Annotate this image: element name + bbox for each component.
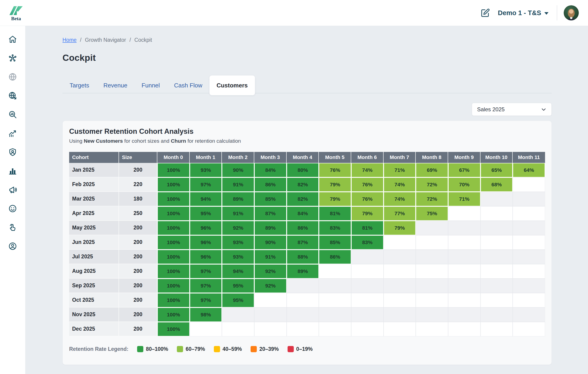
- legend-swatch: [177, 346, 183, 352]
- legend-item-label: 60–79%: [186, 346, 205, 352]
- chevron-down-icon: [544, 12, 548, 15]
- sidebar-item-announcements[interactable]: [8, 185, 17, 194]
- column-header-month-7: Month 7: [384, 152, 416, 163]
- retention-cell: 95%: [222, 293, 254, 307]
- tab-customers[interactable]: Customers: [210, 75, 255, 95]
- edit-button[interactable]: [479, 7, 491, 19]
- sidebar-item-home[interactable]: [8, 35, 17, 44]
- cohort-table: CohortSizeMonth 0Month 1Month 2Month 3Mo…: [69, 152, 545, 336]
- retention-cell: 87%: [254, 206, 287, 221]
- legend-item: 80–100%: [137, 346, 168, 352]
- breadcrumb-item-home[interactable]: Home: [63, 37, 76, 43]
- empty-cell: [416, 322, 448, 336]
- header-divider: [557, 5, 557, 20]
- brand-logo-icon: [9, 4, 23, 15]
- sidebar-item-network[interactable]: [8, 54, 17, 62]
- retention-cell: 97%: [190, 264, 222, 279]
- empty-cell: [513, 235, 545, 250]
- cohort-label: Jan 2025: [69, 163, 119, 177]
- retention-cell: 85%: [319, 235, 351, 250]
- column-header-month-3: Month 3: [254, 152, 287, 163]
- home-icon: [8, 35, 17, 44]
- retention-cell: 89%: [254, 221, 287, 235]
- retention-cell: 100%: [157, 163, 190, 177]
- cohort-size: 200: [119, 279, 157, 293]
- cohort-analysis-card: Customer Retention Cohort Analysis Using…: [63, 121, 552, 365]
- cohort-size: 250: [119, 206, 157, 221]
- empty-cell: [351, 307, 384, 322]
- retention-cell: 83%: [319, 221, 351, 235]
- empty-cell: [513, 307, 545, 322]
- sidebar-item-trends[interactable]: [8, 129, 17, 138]
- empty-cell: [351, 250, 384, 264]
- empty-cell: [481, 279, 513, 293]
- retention-cell: 91%: [222, 206, 254, 221]
- empty-cell: [254, 293, 287, 307]
- retention-cell: 100%: [157, 279, 190, 293]
- tap-click-icon: [8, 223, 17, 232]
- empty-cell: [384, 250, 416, 264]
- cohort-row-jul-2025: Jul 2025200100%96%93%91%88%86%: [69, 250, 545, 264]
- empty-cell: [513, 264, 545, 279]
- tab-targets[interactable]: Targets: [63, 75, 96, 95]
- cohort-size: 180: [119, 192, 157, 206]
- sidebar-item-globe-export[interactable]: [8, 91, 17, 100]
- retention-cell: 95%: [222, 279, 254, 293]
- retention-cell: 87%: [287, 235, 319, 250]
- workspace-selector[interactable]: Demo 1 - T&S: [496, 9, 550, 17]
- retention-cell: 100%: [157, 293, 190, 307]
- empty-cell: [513, 206, 545, 221]
- cohort-row-apr-2025: Apr 2025250100%95%91%87%84%81%79%77%75%: [69, 206, 545, 221]
- empty-cell: [513, 293, 545, 307]
- cohort-label: Nov 2025: [69, 307, 119, 322]
- column-header-month-9: Month 9: [448, 152, 481, 163]
- sidebar-item-profile[interactable]: [8, 242, 17, 251]
- retention-cell: 100%: [157, 235, 190, 250]
- empty-cell: [513, 221, 545, 235]
- retention-cell: 90%: [254, 235, 287, 250]
- retention-cell: 89%: [287, 264, 319, 279]
- breadcrumb-item-growth-navigator[interactable]: Growth Navigator: [85, 37, 126, 43]
- retention-cell: 81%: [351, 221, 384, 235]
- retention-cell: 82%: [287, 177, 319, 192]
- retention-cell: 84%: [254, 163, 287, 177]
- tab-cash-flow[interactable]: Cash Flow: [167, 75, 210, 95]
- tab-funnel[interactable]: Funnel: [134, 75, 167, 95]
- empty-cell: [448, 264, 481, 279]
- sidebar-item-reports[interactable]: [8, 167, 17, 175]
- retention-cell: 94%: [190, 192, 222, 206]
- empty-cell: [448, 206, 481, 221]
- empty-cell: [254, 307, 287, 322]
- retention-cell: 82%: [287, 192, 319, 206]
- sidebar-item-globe[interactable]: [8, 72, 17, 81]
- cohort-row-mar-2025: Mar 2025180100%94%89%85%82%79%76%74%72%7…: [69, 192, 545, 206]
- legend-swatch: [251, 346, 257, 352]
- empty-cell: [448, 279, 481, 293]
- sidebar-item-admin[interactable]: [8, 148, 17, 156]
- cohort-label: Apr 2025: [69, 206, 119, 221]
- cohort-row-aug-2025: Aug 2025200100%97%94%92%89%: [69, 264, 545, 279]
- sidebar-item-search-analytics[interactable]: [8, 110, 17, 119]
- column-header-month-11: Month 11: [513, 152, 545, 163]
- avatar[interactable]: [564, 5, 579, 20]
- empty-cell: [319, 264, 351, 279]
- cohort-label: Feb 2025: [69, 177, 119, 192]
- period-dropdown[interactable]: Sales 2025: [472, 103, 552, 116]
- retention-cell: 76%: [351, 177, 384, 192]
- sidebar-item-actions[interactable]: [8, 223, 17, 232]
- empty-cell: [222, 322, 254, 336]
- empty-cell: [416, 235, 448, 250]
- tab-revenue[interactable]: Revenue: [96, 75, 134, 95]
- legend-swatch: [288, 346, 294, 352]
- retention-cell: 97%: [190, 279, 222, 293]
- retention-cell: 91%: [254, 250, 287, 264]
- sidebar-item-feedback[interactable]: [8, 204, 17, 213]
- breadcrumb-item-cockpit: Cockpit: [134, 37, 152, 43]
- column-header-month-5: Month 5: [319, 152, 351, 163]
- cohort-table-header: CohortSizeMonth 0Month 1Month 2Month 3Mo…: [69, 152, 545, 163]
- tab-bar: TargetsRevenueFunnelCash FlowCustomers: [63, 75, 552, 95]
- retention-cell: 76%: [351, 192, 384, 206]
- brand-logo: Beta: [6, 4, 26, 21]
- empty-cell: [351, 279, 384, 293]
- breadcrumb-separator: /: [80, 37, 81, 43]
